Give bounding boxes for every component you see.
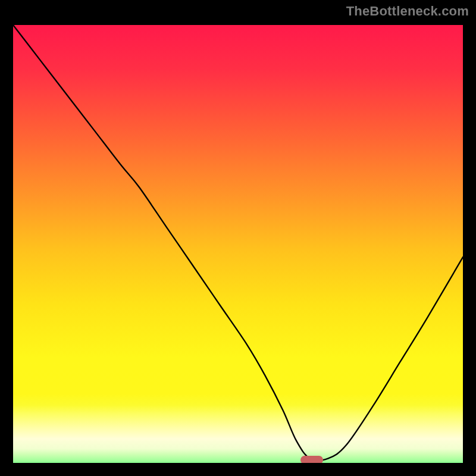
watermark-text: TheBottleneck.com: [346, 4, 469, 19]
optimal-point-marker: [300, 456, 323, 463]
chart-curve: [13, 25, 463, 463]
chart-plot-area: [13, 25, 463, 463]
